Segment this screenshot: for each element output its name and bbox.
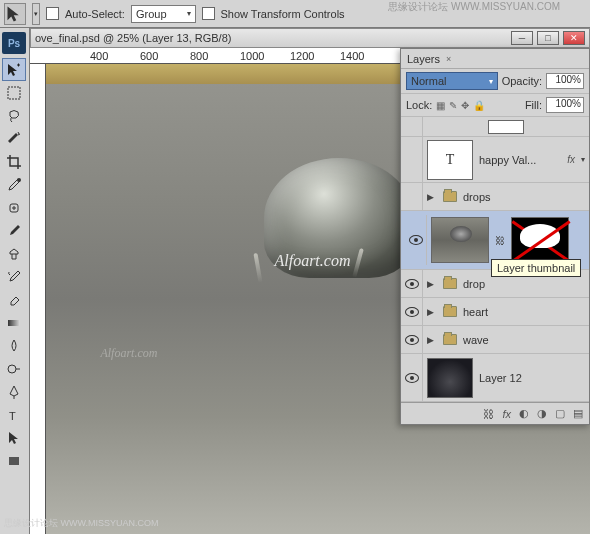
- folder-icon: [443, 278, 457, 289]
- svg-rect-6: [9, 457, 19, 465]
- svg-point-4: [8, 365, 16, 373]
- healing-brush-tool[interactable]: [2, 196, 26, 219]
- auto-select-type-dropdown[interactable]: Group▾: [131, 5, 196, 23]
- document-titlebar[interactable]: ove_final.psd @ 25% (Layer 13, RGB/8) ─ …: [30, 28, 590, 48]
- show-transform-checkbox[interactable]: [202, 7, 215, 20]
- layers-tab[interactable]: Layers×: [401, 49, 589, 69]
- svg-text:T: T: [9, 410, 16, 422]
- move-tool[interactable]: [2, 58, 26, 81]
- text-layer-thumbnail[interactable]: T: [427, 140, 473, 180]
- layers-list: T happy Val... fx ▾ ▶ drops ⛓ Layer thum…: [401, 117, 589, 402]
- visibility-eye-icon[interactable]: [405, 335, 419, 345]
- rectangle-tool[interactable]: [2, 449, 26, 472]
- fill-input[interactable]: 100%: [546, 97, 584, 113]
- layer-row-group[interactable]: ▶ heart: [401, 298, 589, 326]
- layers-panel-footer: ⛓ fx ◐ ◑ ▢ ▤: [401, 402, 589, 424]
- fill-label: Fill:: [525, 99, 542, 111]
- visibility-eye-icon[interactable]: [405, 279, 419, 289]
- maximize-button[interactable]: □: [537, 31, 559, 45]
- marquee-tool[interactable]: [2, 81, 26, 104]
- opacity-label: Opacity:: [502, 75, 542, 87]
- current-tool-icon: [4, 3, 26, 25]
- close-icon[interactable]: ×: [446, 54, 451, 64]
- path-selection-tool[interactable]: [2, 426, 26, 449]
- svg-point-1: [17, 178, 21, 182]
- pen-tool[interactable]: [2, 380, 26, 403]
- opacity-input[interactable]: 100%: [546, 73, 584, 89]
- lock-label: Lock:: [406, 99, 432, 111]
- visibility-eye-icon[interactable]: [409, 235, 423, 245]
- watermark-canvas-2: Alfoart.com: [100, 346, 157, 361]
- show-transform-label: Show Transform Controls: [221, 8, 345, 20]
- expand-arrow-icon[interactable]: ▶: [427, 192, 437, 202]
- svg-rect-0: [8, 87, 20, 99]
- layer-thumbnail[interactable]: [431, 217, 489, 263]
- history-brush-tool[interactable]: [2, 265, 26, 288]
- link-layers-icon[interactable]: ⛓: [483, 408, 494, 420]
- gradient-tool[interactable]: [2, 311, 26, 334]
- layer-mask-thumbnail[interactable]: [511, 217, 569, 263]
- crop-tool[interactable]: [2, 150, 26, 173]
- eraser-tool[interactable]: [2, 288, 26, 311]
- blend-mode-dropdown[interactable]: Normal▾: [406, 72, 498, 90]
- brush-tool[interactable]: [2, 219, 26, 242]
- layer-thumbnail[interactable]: [427, 358, 473, 398]
- document-title: ove_final.psd @ 25% (Layer 13, RGB/8): [35, 32, 231, 44]
- fx-badge[interactable]: fx: [567, 154, 575, 165]
- link-icon[interactable]: ⛓: [495, 235, 505, 246]
- layer-style-icon[interactable]: fx: [502, 408, 511, 420]
- blur-tool[interactable]: [2, 334, 26, 357]
- visibility-eye-icon[interactable]: [405, 373, 419, 383]
- layer-row-group[interactable]: ▶ drops: [401, 183, 589, 211]
- close-button[interactable]: ✕: [563, 31, 585, 45]
- expand-arrow-icon[interactable]: ▶: [427, 335, 437, 345]
- svg-rect-3: [8, 320, 20, 326]
- clone-stamp-tool[interactable]: [2, 242, 26, 265]
- minimize-button[interactable]: ─: [511, 31, 533, 45]
- layers-panel: Layers× Normal▾ Opacity: 100% Lock: ▦ ✎ …: [400, 48, 590, 425]
- lasso-tool[interactable]: [2, 104, 26, 127]
- folder-icon: [443, 334, 457, 345]
- layer-row-selected[interactable]: ⛓ Layer thumbnail: [401, 211, 589, 270]
- layer-mask-icon[interactable]: ◐: [519, 407, 529, 420]
- folder-icon: [443, 306, 457, 317]
- vertical-ruler[interactable]: [30, 64, 46, 534]
- tooltip: Layer thumbnail: [491, 259, 581, 277]
- lock-icons: ▦ ✎ ✥ 🔒: [436, 100, 485, 111]
- eyedropper-tool[interactable]: [2, 173, 26, 196]
- new-layer-icon[interactable]: ▤: [573, 407, 583, 420]
- photoshop-icon: Ps: [2, 32, 26, 54]
- type-tool[interactable]: T: [2, 403, 26, 426]
- expand-arrow-icon[interactable]: ▶: [427, 279, 437, 289]
- folder-icon: [443, 191, 457, 202]
- layer-row[interactable]: [401, 117, 589, 137]
- dodge-tool[interactable]: [2, 357, 26, 380]
- options-bar: ▾ Auto-Select: Group▾ Show Transform Con…: [0, 0, 590, 28]
- layer-row-text[interactable]: T happy Val... fx ▾: [401, 137, 589, 183]
- lock-all-icon[interactable]: 🔒: [473, 100, 485, 111]
- auto-select-label: Auto-Select:: [65, 8, 125, 20]
- adjustment-layer-icon[interactable]: ◑: [537, 407, 547, 420]
- lock-pixels-icon[interactable]: ✎: [449, 100, 457, 111]
- layer-row-group[interactable]: ▶ wave: [401, 326, 589, 354]
- layer-row[interactable]: Layer 12: [401, 354, 589, 402]
- new-group-icon[interactable]: ▢: [555, 407, 565, 420]
- lock-position-icon[interactable]: ✥: [461, 100, 469, 111]
- expand-arrow-icon[interactable]: ▶: [427, 307, 437, 317]
- visibility-eye-icon[interactable]: [405, 307, 419, 317]
- auto-select-checkbox[interactable]: [46, 7, 59, 20]
- lock-transparency-icon[interactable]: ▦: [436, 100, 445, 111]
- tool-preset-dropdown[interactable]: ▾: [32, 3, 40, 25]
- magic-wand-tool[interactable]: [2, 127, 26, 150]
- tools-panel: Ps T: [0, 28, 30, 534]
